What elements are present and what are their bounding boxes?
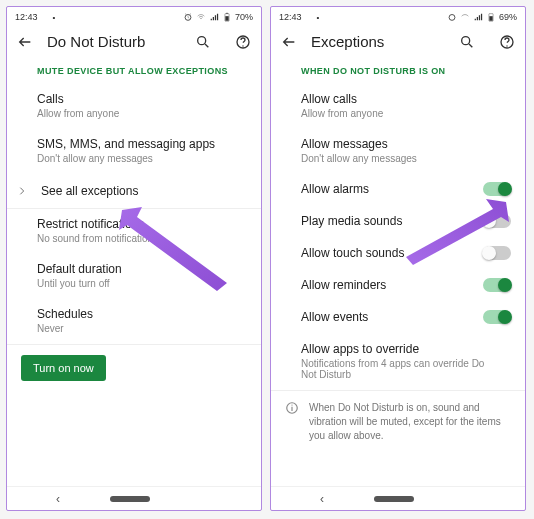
wifi-icon — [460, 12, 470, 22]
item-calls[interactable]: Calls Allow from anyone — [7, 84, 261, 129]
back-icon[interactable] — [281, 34, 297, 50]
see-all-label: See all exceptions — [41, 184, 138, 198]
item-duration[interactable]: Default duration Until you turn off — [7, 254, 261, 299]
toggle-allow-alarms[interactable] — [483, 182, 511, 196]
phone-right: 12:43 • 69% Exceptions WHEN DO NOT DISTU… — [270, 6, 526, 511]
item-sub: Don't allow any messages — [301, 153, 495, 164]
info-text: When Do Not Disturb is on, sound and vib… — [309, 401, 511, 443]
item-label: Calls — [37, 92, 231, 106]
item-allow-reminders[interactable]: Allow reminders — [271, 270, 525, 302]
item-label: Restrict notifications — [37, 217, 231, 231]
item-sub: Never — [37, 323, 231, 334]
nav-bar: ‹ — [7, 486, 261, 510]
nav-home-icon[interactable] — [374, 496, 414, 502]
item-label: Allow events — [301, 310, 368, 324]
alarm-icon — [447, 12, 457, 22]
item-label: SMS, MMS, and messaging apps — [37, 137, 231, 151]
phone-left: 12:43 f • — [6, 6, 262, 511]
signal-icon — [209, 12, 219, 22]
wifi-icon — [196, 12, 206, 22]
dot-icon: • — [317, 13, 320, 22]
nav-home-icon[interactable] — [110, 496, 150, 502]
alarm-icon — [183, 12, 193, 22]
item-label: Default duration — [37, 262, 231, 276]
dot-icon: • — [53, 13, 56, 22]
svg-point-9 — [198, 36, 206, 44]
page-title: Exceptions — [311, 33, 435, 50]
item-override[interactable]: Allow apps to override Notifications fro… — [271, 334, 525, 390]
section-header: WHEN DO NOT DISTURB IS ON — [271, 60, 525, 84]
svg-point-21 — [506, 45, 507, 46]
svg-rect-7 — [225, 16, 228, 21]
item-label: Allow reminders — [301, 278, 386, 292]
toggle-play-media[interactable] — [483, 214, 511, 228]
item-sub: Notifications from 4 apps can override D… — [301, 358, 495, 380]
status-bar: 12:43 • 69% — [271, 7, 525, 27]
help-icon[interactable] — [235, 34, 251, 50]
toggle-allow-events[interactable] — [483, 310, 511, 324]
header: Exceptions — [271, 27, 525, 60]
battery-percent: 70% — [235, 12, 253, 22]
search-icon[interactable] — [459, 34, 475, 50]
item-allow-touch[interactable]: Allow touch sounds — [271, 238, 525, 270]
item-restrict[interactable]: Restrict notifications No sound from not… — [7, 209, 261, 254]
page-title: Do Not Disturb — [47, 33, 171, 50]
battery-icon — [486, 12, 496, 22]
battery-percent: 69% — [499, 12, 517, 22]
header: Do Not Disturb — [7, 27, 261, 60]
help-icon[interactable] — [499, 34, 515, 50]
nav-back-icon[interactable]: ‹ — [56, 492, 60, 506]
item-sub: Allow from anyone — [37, 108, 231, 119]
info-icon — [285, 401, 299, 443]
item-sub: Allow from anyone — [301, 108, 495, 119]
toggle-allow-touch[interactable] — [483, 246, 511, 260]
turn-on-button[interactable]: Turn on now — [21, 355, 106, 381]
item-allow-alarms[interactable]: Allow alarms — [271, 174, 525, 206]
svg-point-11 — [242, 45, 243, 46]
status-time: 12:43 — [279, 12, 302, 22]
item-allow-events[interactable]: Allow events — [271, 302, 525, 334]
item-label: Schedules — [37, 307, 231, 321]
nav-back-icon[interactable]: ‹ — [320, 492, 324, 506]
svg-rect-18 — [489, 16, 492, 21]
svg-point-19 — [462, 36, 470, 44]
nav-bar: ‹ — [271, 486, 525, 510]
item-allow-messages[interactable]: Allow messages Don't allow any messages — [271, 129, 525, 174]
info-box: When Do Not Disturb is on, sound and vib… — [271, 390, 525, 453]
item-sub: No sound from notifications — [37, 233, 231, 244]
status-bar: 12:43 f • — [7, 7, 261, 27]
signal-icon — [473, 12, 483, 22]
back-icon[interactable] — [17, 34, 33, 50]
section-header: MUTE DEVICE BUT ALLOW EXCEPTIONS — [7, 60, 261, 84]
battery-icon — [222, 12, 232, 22]
item-play-media[interactable]: Play media sounds — [271, 206, 525, 238]
item-label: Allow calls — [301, 92, 495, 106]
item-label: Allow touch sounds — [301, 246, 404, 260]
status-time: 12:43 — [15, 12, 38, 22]
item-sub: Until you turn off — [37, 278, 231, 289]
item-sub: Don't allow any messages — [37, 153, 231, 164]
svg-rect-8 — [226, 13, 228, 14]
see-all-exceptions[interactable]: See all exceptions — [7, 174, 261, 208]
toggle-allow-reminders[interactable] — [483, 278, 511, 292]
svg-point-23 — [291, 405, 292, 406]
item-label: Play media sounds — [301, 214, 402, 228]
item-label: Allow apps to override — [301, 342, 495, 356]
svg-point-16 — [449, 15, 455, 21]
chevron-right-icon — [17, 186, 27, 196]
search-icon[interactable] — [195, 34, 211, 50]
item-schedules[interactable]: Schedules Never — [7, 299, 261, 344]
item-allow-calls[interactable]: Allow calls Allow from anyone — [271, 84, 525, 129]
item-label: Allow messages — [301, 137, 495, 151]
item-label: Allow alarms — [301, 182, 369, 196]
item-sms[interactable]: SMS, MMS, and messaging apps Don't allow… — [7, 129, 261, 174]
